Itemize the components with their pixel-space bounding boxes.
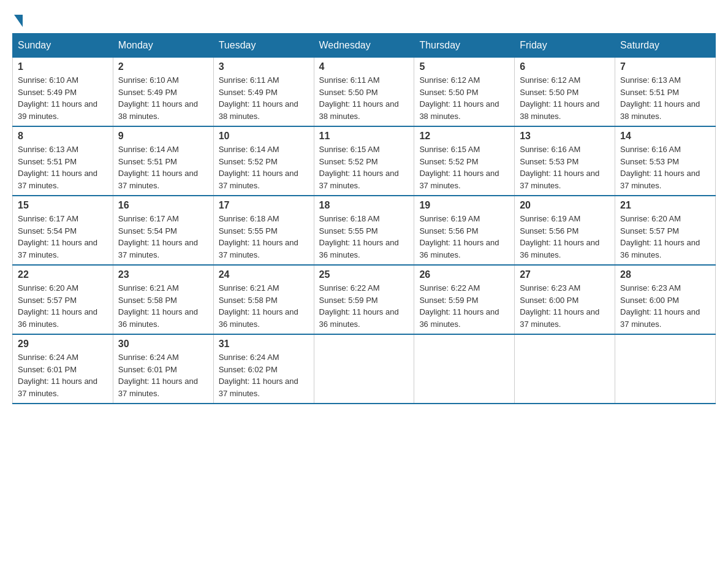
day-number: 30 — [118, 339, 208, 350]
day-info: Sunrise: 6:15 AMSunset: 5:52 PMDaylight:… — [419, 145, 499, 190]
header-friday: Friday — [515, 34, 615, 58]
day-number: 20 — [520, 200, 610, 211]
day-info: Sunrise: 6:22 AMSunset: 5:59 PMDaylight:… — [419, 283, 499, 329]
day-number: 18 — [319, 200, 409, 211]
day-number: 12 — [419, 131, 509, 142]
day-info: Sunrise: 6:20 AMSunset: 5:57 PMDaylight:… — [620, 214, 700, 259]
logo — [12, 12, 23, 27]
table-row: 17 Sunrise: 6:18 AMSunset: 5:55 PMDaylig… — [213, 196, 314, 265]
day-info: Sunrise: 6:14 AMSunset: 5:51 PMDaylight:… — [118, 145, 198, 190]
table-row: 19 Sunrise: 6:19 AMSunset: 5:56 PMDaylig… — [414, 196, 515, 265]
table-row: 8 Sunrise: 6:13 AMSunset: 5:51 PMDayligh… — [13, 126, 113, 196]
table-row: 21 Sunrise: 6:20 AMSunset: 5:57 PMDaylig… — [615, 196, 716, 265]
day-number: 14 — [620, 131, 710, 142]
day-info: Sunrise: 6:14 AMSunset: 5:52 PMDaylight:… — [219, 145, 298, 190]
table-row: 16 Sunrise: 6:17 AMSunset: 5:54 PMDaylig… — [113, 196, 213, 265]
table-row: 9 Sunrise: 6:14 AMSunset: 5:51 PMDayligh… — [113, 126, 213, 196]
day-info: Sunrise: 6:19 AMSunset: 5:56 PMDaylight:… — [520, 214, 599, 259]
day-number: 11 — [319, 131, 409, 142]
day-info: Sunrise: 6:18 AMSunset: 5:55 PMDaylight:… — [219, 214, 298, 259]
day-info: Sunrise: 6:18 AMSunset: 5:55 PMDaylight:… — [319, 214, 399, 259]
table-row — [515, 334, 615, 404]
day-info: Sunrise: 6:24 AMSunset: 6:01 PMDaylight:… — [18, 353, 97, 398]
table-row — [314, 334, 414, 404]
day-info: Sunrise: 6:12 AMSunset: 5:50 PMDaylight:… — [419, 75, 499, 121]
calendar-table: Sunday Monday Tuesday Wednesday Thursday… — [12, 33, 716, 404]
table-row: 7 Sunrise: 6:13 AMSunset: 5:51 PMDayligh… — [615, 58, 716, 127]
day-info: Sunrise: 6:20 AMSunset: 5:57 PMDaylight:… — [18, 283, 97, 329]
day-number: 1 — [18, 61, 108, 72]
calendar-week-5: 29 Sunrise: 6:24 AMSunset: 6:01 PMDaylig… — [13, 334, 716, 404]
table-row: 11 Sunrise: 6:15 AMSunset: 5:52 PMDaylig… — [314, 126, 414, 196]
day-info: Sunrise: 6:15 AMSunset: 5:52 PMDaylight:… — [319, 145, 399, 190]
header-sunday: Sunday — [13, 34, 113, 58]
table-row: 5 Sunrise: 6:12 AMSunset: 5:50 PMDayligh… — [414, 58, 515, 127]
table-row: 18 Sunrise: 6:18 AMSunset: 5:55 PMDaylig… — [314, 196, 414, 265]
table-row: 15 Sunrise: 6:17 AMSunset: 5:54 PMDaylig… — [13, 196, 113, 265]
day-number: 10 — [219, 131, 309, 142]
day-number: 13 — [520, 131, 610, 142]
day-number: 5 — [419, 61, 509, 72]
day-number: 26 — [419, 269, 509, 280]
day-number: 23 — [118, 269, 208, 280]
day-number: 25 — [319, 269, 409, 280]
day-info: Sunrise: 6:23 AMSunset: 6:00 PMDaylight:… — [520, 283, 599, 329]
day-number: 22 — [18, 269, 108, 280]
table-row: 25 Sunrise: 6:22 AMSunset: 5:59 PMDaylig… — [314, 265, 414, 334]
header-wednesday: Wednesday — [314, 34, 414, 58]
table-row: 10 Sunrise: 6:14 AMSunset: 5:52 PMDaylig… — [213, 126, 314, 196]
table-row — [414, 334, 515, 404]
calendar-week-4: 22 Sunrise: 6:20 AMSunset: 5:57 PMDaylig… — [13, 265, 716, 334]
table-row: 2 Sunrise: 6:10 AMSunset: 5:49 PMDayligh… — [113, 58, 213, 127]
day-number: 6 — [520, 61, 610, 72]
calendar-header-row: Sunday Monday Tuesday Wednesday Thursday… — [13, 34, 716, 58]
day-number: 19 — [419, 200, 509, 211]
table-row: 4 Sunrise: 6:11 AMSunset: 5:50 PMDayligh… — [314, 58, 414, 127]
day-info: Sunrise: 6:17 AMSunset: 5:54 PMDaylight:… — [18, 214, 97, 259]
table-row: 23 Sunrise: 6:21 AMSunset: 5:58 PMDaylig… — [113, 265, 213, 334]
day-info: Sunrise: 6:10 AMSunset: 5:49 PMDaylight:… — [18, 75, 97, 121]
day-info: Sunrise: 6:17 AMSunset: 5:54 PMDaylight:… — [118, 214, 198, 259]
day-number: 21 — [620, 200, 710, 211]
day-info: Sunrise: 6:13 AMSunset: 5:51 PMDaylight:… — [620, 75, 700, 121]
day-info: Sunrise: 6:23 AMSunset: 6:00 PMDaylight:… — [620, 283, 700, 329]
day-number: 15 — [18, 200, 108, 211]
table-row: 1 Sunrise: 6:10 AMSunset: 5:49 PMDayligh… — [13, 58, 113, 127]
day-number: 2 — [118, 61, 208, 72]
day-number: 9 — [118, 131, 208, 142]
day-number: 28 — [620, 269, 710, 280]
table-row: 27 Sunrise: 6:23 AMSunset: 6:00 PMDaylig… — [515, 265, 615, 334]
day-info: Sunrise: 6:10 AMSunset: 5:49 PMDaylight:… — [118, 75, 198, 121]
calendar-week-3: 15 Sunrise: 6:17 AMSunset: 5:54 PMDaylig… — [13, 196, 716, 265]
day-number: 31 — [219, 339, 309, 350]
day-info: Sunrise: 6:21 AMSunset: 5:58 PMDaylight:… — [219, 283, 298, 329]
header-tuesday: Tuesday — [213, 34, 314, 58]
day-number: 7 — [620, 61, 710, 72]
day-info: Sunrise: 6:12 AMSunset: 5:50 PMDaylight:… — [520, 75, 599, 121]
calendar-week-2: 8 Sunrise: 6:13 AMSunset: 5:51 PMDayligh… — [13, 126, 716, 196]
day-info: Sunrise: 6:22 AMSunset: 5:59 PMDaylight:… — [319, 283, 399, 329]
day-info: Sunrise: 6:13 AMSunset: 5:51 PMDaylight:… — [18, 145, 97, 190]
day-info: Sunrise: 6:24 AMSunset: 6:01 PMDaylight:… — [118, 353, 198, 398]
table-row: 20 Sunrise: 6:19 AMSunset: 5:56 PMDaylig… — [515, 196, 615, 265]
header-saturday: Saturday — [615, 34, 716, 58]
header-monday: Monday — [113, 34, 213, 58]
table-row: 12 Sunrise: 6:15 AMSunset: 5:52 PMDaylig… — [414, 126, 515, 196]
table-row: 13 Sunrise: 6:16 AMSunset: 5:53 PMDaylig… — [515, 126, 615, 196]
table-row: 3 Sunrise: 6:11 AMSunset: 5:49 PMDayligh… — [213, 58, 314, 127]
table-row: 30 Sunrise: 6:24 AMSunset: 6:01 PMDaylig… — [113, 334, 213, 404]
day-number: 17 — [219, 200, 309, 211]
day-number: 3 — [219, 61, 309, 72]
day-info: Sunrise: 6:11 AMSunset: 5:50 PMDaylight:… — [319, 75, 399, 121]
table-row: 28 Sunrise: 6:23 AMSunset: 6:00 PMDaylig… — [615, 265, 716, 334]
day-number: 4 — [319, 61, 409, 72]
day-info: Sunrise: 6:24 AMSunset: 6:02 PMDaylight:… — [219, 353, 298, 398]
day-info: Sunrise: 6:16 AMSunset: 5:53 PMDaylight:… — [620, 145, 700, 190]
table-row: 6 Sunrise: 6:12 AMSunset: 5:50 PMDayligh… — [515, 58, 615, 127]
day-info: Sunrise: 6:19 AMSunset: 5:56 PMDaylight:… — [419, 214, 499, 259]
day-number: 16 — [118, 200, 208, 211]
table-row: 26 Sunrise: 6:22 AMSunset: 5:59 PMDaylig… — [414, 265, 515, 334]
day-info: Sunrise: 6:11 AMSunset: 5:49 PMDaylight:… — [219, 75, 298, 121]
day-number: 24 — [219, 269, 309, 280]
table-row: 14 Sunrise: 6:16 AMSunset: 5:53 PMDaylig… — [615, 126, 716, 196]
